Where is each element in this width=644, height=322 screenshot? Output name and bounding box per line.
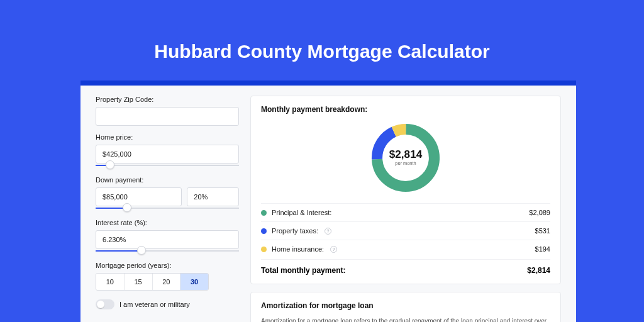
- veteran-row: I am veteran or military: [96, 299, 239, 309]
- legend-label: Home insurance:: [272, 245, 324, 253]
- page-title: Hubbard County Mortgage Calculator: [0, 0, 644, 62]
- veteran-label: I am veteran or military: [119, 301, 190, 308]
- period-label: Mortgage period (years):: [96, 262, 239, 269]
- info-icon[interactable]: ?: [330, 246, 337, 253]
- donut-chart: $2,814 per month: [261, 120, 550, 196]
- home-price-input[interactable]: [96, 145, 239, 164]
- down-payment-group: Down payment:: [96, 176, 239, 211]
- total-value: $2,814: [527, 266, 550, 275]
- down-payment-slider[interactable]: [96, 205, 239, 211]
- interest-label: Interest rate (%):: [96, 219, 239, 226]
- legend-value: $2,089: [529, 209, 550, 216]
- period-options: 10 15 20 30: [96, 273, 209, 291]
- donut-center-value: $2,814: [389, 148, 423, 160]
- period-option-30[interactable]: 30: [180, 274, 208, 290]
- home-price-slider[interactable]: [96, 162, 239, 169]
- dot-icon: [261, 210, 267, 216]
- results-column: Monthly payment breakdown: $2,814 per mo…: [244, 86, 576, 322]
- period-option-10[interactable]: 10: [96, 274, 125, 290]
- interest-slider[interactable]: [96, 248, 239, 254]
- calculator-panel: Property Zip Code: Home price: Down paym…: [80, 80, 576, 322]
- info-icon[interactable]: ?: [325, 228, 331, 235]
- legend-row-insurance: Home insurance: ? $194: [261, 240, 550, 258]
- dot-icon: [261, 247, 267, 252]
- period-option-15[interactable]: 15: [125, 274, 153, 290]
- home-price-group: Home price:: [96, 133, 239, 169]
- input-form: Property Zip Code: Home price: Down paym…: [80, 86, 244, 322]
- breakdown-card: Monthly payment breakdown: $2,814 per mo…: [250, 96, 561, 284]
- total-label: Total monthly payment:: [261, 266, 345, 275]
- down-payment-pct-input[interactable]: [187, 187, 239, 206]
- legend-row-principal: Principal & Interest: $2,089: [261, 203, 550, 221]
- interest-input[interactable]: [96, 230, 239, 249]
- period-option-20[interactable]: 20: [153, 274, 181, 290]
- amortization-body: Amortization for a mortgage loan refers …: [261, 316, 550, 322]
- dot-icon: [261, 228, 267, 234]
- interest-group: Interest rate (%):: [96, 219, 239, 254]
- amortization-card: Amortization for mortgage loan Amortizat…: [250, 292, 561, 322]
- down-payment-label: Down payment:: [96, 176, 239, 184]
- donut-center-sub: per month: [395, 160, 416, 166]
- total-row: Total monthly payment: $2,814: [261, 259, 550, 275]
- zip-label: Property Zip Code:: [96, 96, 239, 103]
- donut-svg: $2,814 per month: [368, 120, 443, 196]
- legend-label: Property taxes:: [272, 227, 318, 235]
- amortization-header: Amortization for mortgage loan: [261, 301, 550, 310]
- legend-row-taxes: Property taxes: ? $531: [261, 221, 550, 240]
- legend-value: $531: [535, 227, 550, 235]
- legend-value: $194: [535, 245, 550, 253]
- app-root: Hubbard County Mortgage Calculator Prope…: [0, 0, 644, 322]
- zip-group: Property Zip Code:: [96, 96, 239, 126]
- down-payment-amount-input[interactable]: [96, 187, 182, 206]
- veteran-toggle[interactable]: [96, 299, 114, 309]
- breakdown-header: Monthly payment breakdown:: [261, 105, 550, 114]
- legend-label: Principal & Interest:: [272, 209, 331, 216]
- home-price-label: Home price:: [96, 133, 239, 141]
- zip-input[interactable]: [96, 107, 239, 126]
- period-group: Mortgage period (years): 10 15 20 30: [96, 262, 239, 291]
